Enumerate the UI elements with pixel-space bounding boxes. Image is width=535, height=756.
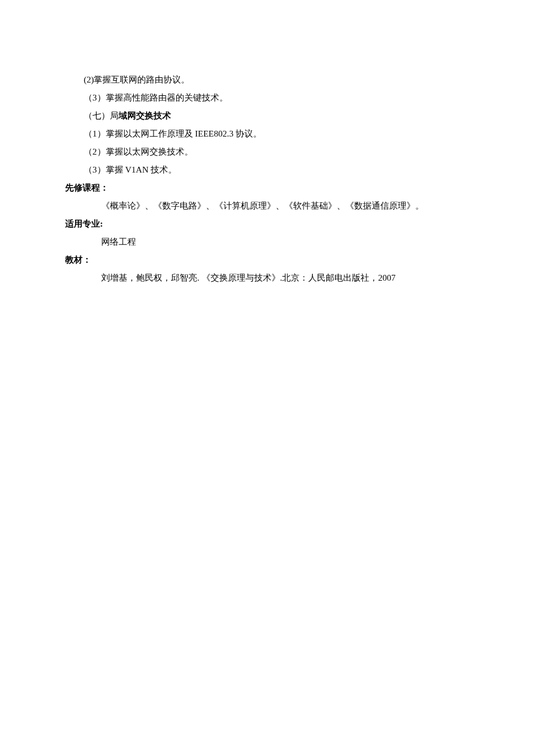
prerequisite-content: 《概率论》、《数字电路》、《计算机原理》、《软件基础》、《数据通信原理》。 — [65, 197, 477, 214]
list-item-6-3: （3）掌握高性能路由器的关键技术。 — [65, 89, 477, 106]
section-7-title: 域网交换技术 — [119, 111, 171, 120]
list-item-7-2: （2）掌握以太网交换技术。 — [65, 143, 477, 160]
list-item-7-3: （3）掌握 V1AN 技术。 — [65, 161, 477, 178]
textbook-heading: 教材： — [65, 251, 477, 268]
textbook-content: 刘增基，鲍民权，邱智亮. 《交换原理与技术》.北京：人民邮电出版社，2007 — [65, 269, 477, 286]
major-heading: 适用专业: — [65, 215, 477, 232]
major-content: 网络工程 — [65, 233, 477, 250]
prerequisite-heading: 先修课程： — [65, 179, 477, 196]
section-7-heading: （七）局域网交换技术 — [65, 107, 477, 124]
list-item-6-2: (2)掌握互联网的路由协议。 — [65, 71, 477, 88]
list-item-7-1: （1）掌握以太网工作原理及 IEEE802.3 协议。 — [65, 125, 477, 142]
section-7-prefix: （七）局 — [84, 111, 119, 120]
